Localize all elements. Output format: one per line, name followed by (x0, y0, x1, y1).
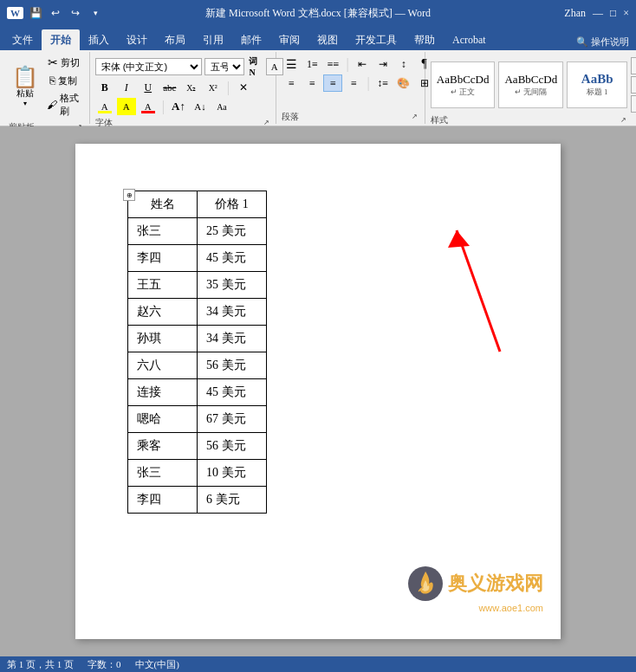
cell-price[interactable]: 35 美元 (198, 272, 267, 299)
font-case-button[interactable]: Aa (212, 98, 231, 115)
minimize-btn[interactable]: — (593, 7, 603, 20)
cell-price[interactable]: 10 美元 (198, 460, 267, 487)
bullet-list-button[interactable]: ☰ (282, 55, 301, 73)
cell-name[interactable]: 李四 (128, 245, 198, 272)
cell-name[interactable]: 连接 (128, 379, 198, 406)
superscript-button[interactable]: X² (204, 79, 223, 96)
sort-button[interactable]: ↕ (394, 55, 413, 73)
tab-help[interactable]: 帮助 (406, 29, 444, 50)
tab-file[interactable]: 文件 (3, 29, 42, 50)
word-count-indicator: 词N (249, 55, 263, 77)
styles-scroll-up[interactable]: ▲ (631, 57, 636, 74)
word-count-status: 字数：0 (88, 658, 121, 671)
strikethrough-button[interactable]: abc (160, 79, 179, 96)
cell-price[interactable]: 45 美元 (198, 379, 267, 406)
font-color-button[interactable]: A (139, 98, 158, 115)
cell-price[interactable]: 56 美元 (198, 433, 267, 460)
tab-design[interactable]: 设计 (118, 29, 156, 50)
font-size-decrease[interactable]: A↓ (191, 98, 210, 115)
cell-price[interactable]: 45 美元 (198, 245, 267, 272)
user-name: Zhan (564, 7, 586, 20)
cell-name[interactable]: 张三 (128, 218, 198, 245)
customize-btn[interactable]: ▾ (87, 4, 104, 22)
cell-price[interactable]: 34 美元 (198, 299, 267, 326)
format-painter-button[interactable]: 🖌 格式刷 (43, 90, 84, 120)
font-size-select[interactable]: 五号 (204, 58, 244, 75)
status-bar: 第 1 页，共 1 页 字数：0 中文(中国) (0, 656, 636, 672)
cell-name[interactable]: 王五 (128, 272, 198, 299)
redo-btn[interactable]: ↪ (67, 4, 84, 22)
subscript-button[interactable]: X₂ (182, 79, 201, 96)
decrease-indent-button[interactable]: ⇤ (353, 55, 372, 73)
document-page: ⊕ 姓名 价格 1 张三25 美元李四45 美元王五35 美元赵六34 美元孙琪… (75, 144, 561, 639)
align-left-button[interactable]: ≡ (282, 74, 301, 92)
align-center-button[interactable]: ≡ (302, 74, 321, 92)
paragraph-expand-icon[interactable]: ↗ (411, 113, 419, 121)
cell-name[interactable]: 六八 (128, 352, 198, 379)
tab-mailing[interactable]: 邮件 (232, 29, 270, 50)
tab-developer[interactable]: 开发工具 (347, 29, 406, 50)
cell-price[interactable]: 56 美元 (198, 352, 267, 379)
tab-layout[interactable]: 布局 (156, 29, 194, 50)
table-row: 张三25 美元 (128, 218, 267, 245)
align-right-button[interactable]: ≡ (323, 74, 342, 92)
extra-para-row (282, 94, 433, 109)
table-move-handle[interactable]: ⊕ (123, 189, 135, 201)
ribbon-search-area: 🔍 操作说明 (576, 36, 636, 50)
styles-scroll-down[interactable]: ▼ (631, 76, 636, 94)
data-table: 姓名 价格 1 张三25 美元李四45 美元王五35 美元赵六34 美元孙琪34… (127, 191, 267, 514)
italic-button[interactable]: I (117, 79, 136, 96)
cell-name[interactable]: 李四 (128, 487, 198, 514)
cell-price[interactable]: 34 美元 (198, 326, 267, 352)
shading-button[interactable]: 🎨 (394, 74, 413, 92)
tab-view[interactable]: 视图 (308, 29, 347, 50)
cell-name[interactable]: 孙琪 (128, 326, 198, 352)
table-row: 张三10 美元 (128, 460, 267, 487)
tab-insert[interactable]: 插入 (80, 29, 118, 50)
cell-price[interactable]: 67 美元 (198, 406, 267, 433)
tab-references[interactable]: 引用 (194, 29, 232, 50)
watermark-url: www.aoe1.com (406, 603, 543, 613)
cell-name[interactable]: 嗯哈 (128, 406, 198, 433)
save-btn[interactable]: 💾 (27, 4, 44, 22)
table-body: 张三25 美元李四45 美元王五35 美元赵六34 美元孙琪34 美元六八56 … (128, 218, 267, 514)
watermark-logo: 奥义游戏网 (406, 565, 543, 603)
cut-button[interactable]: ✂ 剪切 (43, 54, 84, 72)
table-row: 李四6 美元 (128, 487, 267, 514)
increase-indent-button[interactable]: ⇥ (373, 55, 393, 73)
tab-home[interactable]: 开始 (42, 29, 80, 50)
numbered-list-button[interactable]: 1≡ (302, 55, 321, 73)
cell-name[interactable]: 赵六 (128, 299, 198, 326)
cell-price[interactable]: 6 美元 (198, 487, 267, 514)
style-no-spacing[interactable]: AaBbCcDd ↵ 无间隔 (498, 61, 563, 108)
paragraph-label: 段落 ↗ (282, 109, 419, 123)
styles-expand[interactable]: ⊞ (631, 95, 636, 113)
copy-button[interactable]: ⎘ 复制 (43, 73, 84, 89)
paste-button[interactable]: 📋 粘贴 ▾ (9, 65, 42, 109)
font-family-select[interactable]: 宋体 (中文正文) (95, 58, 203, 75)
text-highlight[interactable]: A (117, 98, 136, 115)
watermark-flame-icon (406, 565, 445, 603)
justify-button[interactable]: ≡ (344, 74, 363, 92)
tab-acrobat[interactable]: Acrobat (444, 29, 495, 50)
bold-button[interactable]: B (95, 79, 114, 96)
undo-btn[interactable]: ↩ (47, 4, 64, 22)
word-logo: W (7, 7, 23, 19)
style-heading1[interactable]: AaBb 标题 1 (567, 61, 627, 108)
search-hint[interactable]: 🔍 操作说明 (576, 36, 629, 48)
line-spacing-button[interactable]: ↕≡ (373, 74, 393, 92)
font-size-increase[interactable]: A↑ (169, 98, 188, 115)
underline-button[interactable]: U (139, 79, 158, 96)
close-btn[interactable]: × (623, 7, 629, 20)
maximize-btn[interactable]: □ (610, 7, 616, 20)
font-color-highlight[interactable]: A (95, 98, 114, 115)
multilevel-list-button[interactable]: ≡≡ (323, 55, 342, 73)
clear-format-button[interactable]: ✕ (234, 79, 253, 96)
cell-price[interactable]: 25 美元 (198, 218, 267, 245)
table-header-row: 姓名 价格 1 (128, 191, 267, 218)
style-normal[interactable]: AaBbCcDd ↵ 正文 (431, 61, 496, 108)
tab-review[interactable]: 审阅 (270, 29, 308, 50)
cell-name[interactable]: 乘客 (128, 433, 198, 460)
cell-name[interactable]: 张三 (128, 460, 198, 487)
styles-expand-icon[interactable]: ↗ (619, 116, 627, 125)
